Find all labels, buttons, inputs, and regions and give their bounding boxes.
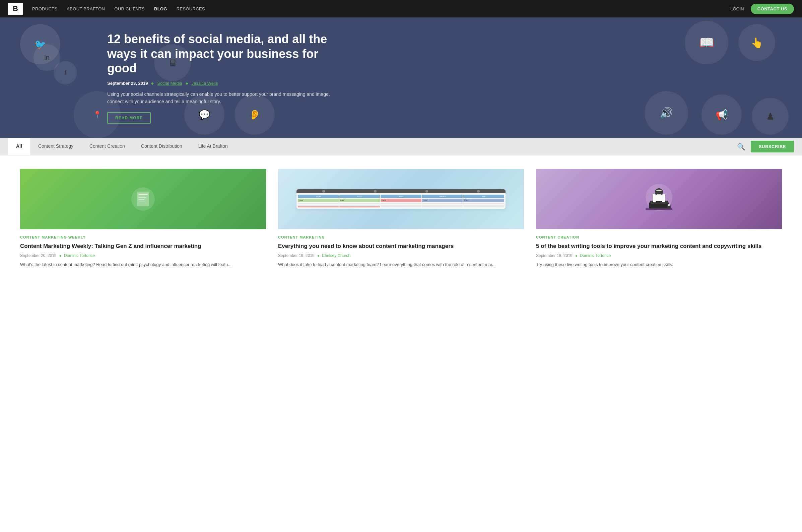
hero-section: 🐦 in f 📖 👆 🔊 📢 ♟ 📍 🖥 💬 — [0, 17, 802, 138]
search-icon: 🔍 — [737, 143, 745, 150]
diamond-icon-3: ◆ — [59, 254, 61, 257]
article-excerpt-3: Try using these five writing tools to im… — [536, 261, 782, 268]
article-img-svg-1 — [130, 186, 156, 212]
hero-title: 12 benefits of social media, and all the… — [107, 32, 335, 75]
filter-right: 🔍 SUBSCRIBE — [737, 141, 794, 152]
article-author-2[interactable]: Chelsey Church — [322, 253, 350, 258]
nav-resources[interactable]: RESOURCES — [176, 6, 205, 12]
hero-circle-6: 🔊 — [645, 91, 688, 135]
article-excerpt-1: What's the latest in content marketing? … — [20, 261, 266, 268]
hero-content: 12 benefits of social media, and all the… — [107, 32, 335, 123]
nav-right: LOGIN CONTACT US — [730, 4, 794, 14]
hero-description: Using your social channels strategically… — [107, 91, 335, 106]
article-author-3[interactable]: Dominic Tortorice — [580, 253, 611, 258]
article-excerpt-2: What does it take to lead a content mark… — [278, 261, 524, 268]
article-author-1[interactable]: Dominic Tortorice — [64, 253, 95, 258]
hero-circle-5: 👆 — [738, 24, 775, 61]
article-image-3 — [536, 169, 782, 229]
hero-author-link[interactable]: Jessica Wells — [192, 81, 218, 86]
login-link[interactable]: LOGIN — [730, 6, 744, 12]
article-meta-3: September 18, 2019 ◆ Dominic Tortorice — [536, 253, 782, 258]
subscribe-button[interactable]: SUBSCRIBE — [751, 141, 794, 152]
article-date-2: September 19, 2019 — [278, 253, 314, 258]
hero-circle-4: 📖 — [685, 21, 728, 64]
article-category-1: CONTENT MARKETING WEEKLY — [20, 235, 266, 239]
article-category-2: CONTENT MARKETING — [278, 235, 524, 239]
svg-rect-3 — [138, 196, 145, 196]
diamond-icon-4: ◆ — [317, 254, 319, 257]
nav-products[interactable]: PRODUCTS — [32, 6, 57, 12]
svg-rect-2 — [138, 194, 148, 195]
article-title-3[interactable]: 5 of the best writing tools to improve y… — [536, 243, 782, 250]
svg-rect-6 — [138, 201, 146, 201]
article-thumbnail-2: MON TUES WED THURS FRI TOPIC TOPIC TOPIC… — [278, 169, 524, 229]
article-date-1: September 20, 2019 — [20, 253, 57, 258]
read-more-button[interactable]: READ MORE — [107, 112, 151, 124]
article-title-2[interactable]: Everything you need to know about conten… — [278, 243, 524, 250]
diamond-icon-2: ◆ — [186, 81, 188, 85]
articles-section: CONTENT MARKETING WEEKLY Content Marketi… — [0, 155, 802, 282]
article-meta-1: September 20, 2019 ◆ Dominic Tortorice — [20, 253, 266, 258]
article-title-1[interactable]: Content Marketing Weekly: Talking Gen Z … — [20, 243, 266, 250]
logo[interactable]: B — [8, 3, 23, 15]
diamond-icon-1: ◆ — [151, 81, 154, 85]
svg-rect-16 — [668, 204, 670, 206]
article-image-2: MON TUES WED THURS FRI TOPIC TOPIC TOPIC… — [278, 169, 524, 229]
article-img-svg-3 — [639, 179, 679, 219]
svg-rect-4 — [138, 197, 147, 198]
hero-circle-7: 📢 — [702, 94, 742, 135]
filter-tab-life[interactable]: Life At Brafton — [190, 138, 236, 155]
hero-circle-8: ♟ — [752, 98, 789, 135]
svg-rect-13 — [654, 195, 664, 201]
article-card-1: CONTENT MARKETING WEEKLY Content Marketi… — [20, 169, 266, 268]
hero-meta: September 23, 2019 ◆ Social Media ◆ Jess… — [107, 81, 335, 86]
filter-tab-creation[interactable]: Content Creation — [81, 138, 133, 155]
svg-rect-5 — [138, 199, 145, 200]
filter-tab-distribution[interactable]: Content Distribution — [133, 138, 190, 155]
filter-bar: All Content Strategy Content Creation Co… — [0, 138, 802, 155]
hero-date: September 23, 2019 — [107, 81, 148, 86]
hero-circle-3: f — [54, 61, 77, 84]
nav-blog[interactable]: BLOG — [154, 6, 167, 12]
articles-grid: CONTENT MARKETING WEEKLY Content Marketi… — [20, 169, 782, 268]
filter-tabs: All Content Strategy Content Creation Co… — [8, 138, 737, 155]
hero-circle-2: in — [34, 44, 60, 71]
article-card-2: MON TUES WED THURS FRI TOPIC TOPIC TOPIC… — [278, 169, 524, 268]
article-category-3: CONTENT CREATION — [536, 235, 782, 239]
nav-about[interactable]: ABOUT BRAFTON — [67, 6, 105, 12]
nav-links: PRODUCTS ABOUT BRAFTON OUR CLIENTS BLOG … — [32, 6, 730, 12]
article-thumbnail-3 — [536, 169, 782, 229]
filter-tab-all[interactable]: All — [8, 138, 30, 155]
article-meta-2: September 19, 2019 ◆ Chelsey Church — [278, 253, 524, 258]
filter-tab-strategy[interactable]: Content Strategy — [30, 138, 81, 155]
article-date-3: September 18, 2019 — [536, 253, 573, 258]
navigation: B PRODUCTS ABOUT BRAFTON OUR CLIENTS BLO… — [0, 0, 802, 17]
hero-tag-link[interactable]: Social Media — [157, 81, 182, 86]
search-button[interactable]: 🔍 — [737, 143, 745, 151]
contact-us-button[interactable]: CONTACT US — [751, 4, 794, 14]
svg-rect-14 — [646, 208, 672, 210]
article-image-1 — [20, 169, 266, 229]
article-card-3: CONTENT CREATION 5 of the best writing t… — [536, 169, 782, 268]
nav-clients[interactable]: OUR CLIENTS — [114, 6, 145, 12]
diamond-icon-5: ◆ — [575, 254, 577, 257]
hero-circle-1: 🐦 — [20, 24, 60, 64]
article-thumbnail-1 — [20, 169, 266, 229]
